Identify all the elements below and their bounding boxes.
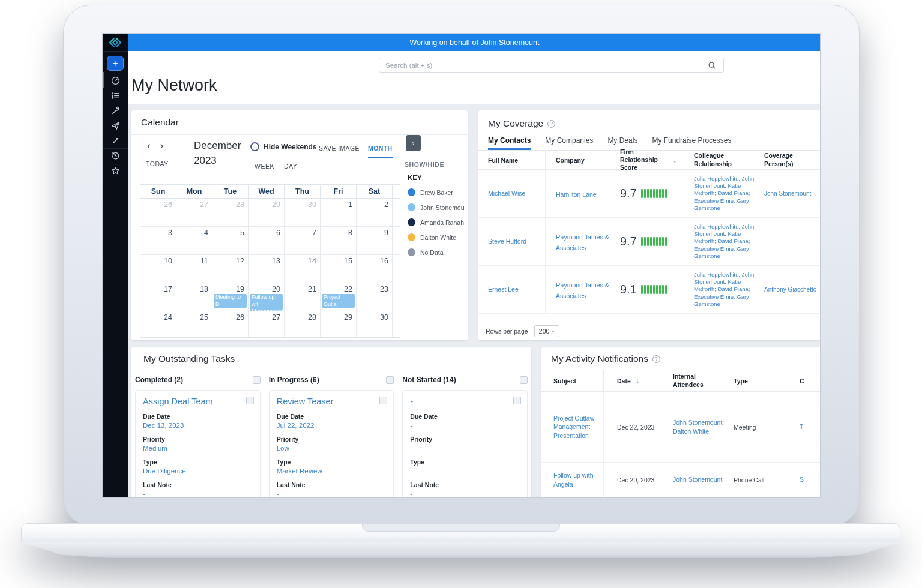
checkbox[interactable] [379, 397, 387, 404]
col-type[interactable]: Type [729, 377, 794, 385]
calendar-day-cell[interactable]: 2 [357, 199, 393, 227]
colleague-links[interactable]: Julia Hepplewhite; John Stonemount; Kati… [694, 175, 758, 212]
calendar-day-cell[interactable]: 16 [357, 255, 393, 283]
search-input[interactable] [379, 62, 708, 69]
calendar-day-cell[interactable]: 8 [321, 227, 357, 255]
save-image-button[interactable]: SAVE IMAGE [319, 145, 360, 152]
legend-item[interactable]: Drew Baker [408, 188, 466, 196]
calendar-day-cell[interactable]: 30 [285, 199, 321, 227]
calendar-day-cell[interactable]: 11 [176, 255, 212, 283]
calendar-day-cell[interactable]: 28 [285, 311, 321, 337]
calendar-day-cell[interactable]: 14 [285, 255, 321, 283]
rows-per-page-select[interactable]: 200▾ [534, 325, 559, 337]
contact-link[interactable]: S [800, 476, 804, 483]
calendar-day-cell[interactable]: 29 [321, 311, 357, 337]
sort-desc-icon[interactable]: ↓ [636, 377, 639, 385]
attendee-links[interactable]: John Stonemount; Dalton White [673, 419, 724, 434]
colleague-links[interactable]: Julia Hepplewhite; John Stonemount; Kati… [694, 271, 758, 308]
contact-link[interactable]: Ernest Lee [488, 286, 519, 294]
calendar-day-cell[interactable]: 17 [140, 283, 176, 311]
calendar-day-cell[interactable]: 7 [285, 227, 321, 255]
legend-item[interactable]: Dalton White [408, 233, 466, 241]
sort-desc-icon[interactable]: ↓ [673, 156, 676, 164]
calendar-day-cell[interactable]: 22Project Outla [321, 283, 357, 311]
tab-my-companies[interactable]: My Companies [545, 136, 593, 150]
calendar-day-cell[interactable]: 12 [212, 255, 249, 283]
coverage-person-link[interactable]: Anthony Giacchetto [764, 286, 816, 293]
star-icon[interactable] [103, 163, 128, 178]
calendar-day-cell[interactable]: 18 [176, 283, 212, 311]
hide-weekends-toggle[interactable]: Hide Weekends [250, 142, 316, 151]
checkbox[interactable] [520, 376, 528, 384]
wrench-icon[interactable] [103, 103, 128, 118]
help-icon[interactable]: ? [547, 120, 555, 128]
task-card[interactable]: -Due Date-Priority-Type-Last Note- [402, 390, 528, 498]
tab-my-contacts[interactable]: My Contacts [488, 136, 531, 150]
calendar-day-cell[interactable]: 19Meeting to D [212, 283, 249, 311]
col-subject[interactable]: Subject [541, 370, 604, 391]
paper-plane-icon[interactable] [103, 118, 128, 133]
subject-link[interactable]: Follow up with Angela [553, 471, 603, 488]
colleague-links[interactable]: Julia Hepplewhite; John Stonemount; Kati… [694, 223, 758, 260]
task-title-link[interactable]: - [410, 397, 520, 406]
gauge-icon[interactable] [103, 73, 128, 88]
view-day-button[interactable]: DAY [284, 163, 297, 170]
checkbox[interactable] [246, 397, 254, 404]
calendar-day-cell[interactable]: 25 [176, 311, 212, 337]
attendee-links[interactable]: John Stonemount [673, 476, 722, 483]
calendar-day-cell[interactable]: 27 [176, 199, 212, 227]
calendar-day-cell[interactable]: 3 [140, 227, 176, 255]
col-firm-relationship-score[interactable]: Firm Relationship Score ↓ [614, 148, 688, 172]
subject-link[interactable]: Project Outlaw Management Presentation [553, 414, 603, 440]
legend-item[interactable]: John Stonemou [408, 203, 466, 211]
calendar-day-cell[interactable]: 24 [140, 311, 176, 337]
calendar-event[interactable]: Meeting to D [214, 294, 247, 308]
calendar-day-cell[interactable]: 5 [212, 227, 249, 255]
calendar-event[interactable]: Follow up wit Management [250, 294, 283, 311]
calendar-day-cell[interactable]: 26 [212, 311, 249, 337]
calendar-day-cell[interactable]: 29 [249, 199, 285, 227]
company-link[interactable]: Raymond James & Associates [556, 281, 609, 299]
col-full-name[interactable]: Full Name [478, 151, 546, 169]
checkbox[interactable] [513, 397, 521, 404]
sync-arrows-icon[interactable] [103, 133, 128, 148]
show-hide-label[interactable]: SHOW/HIDE [405, 161, 444, 168]
checkbox[interactable] [253, 376, 261, 384]
calendar-day-cell[interactable]: 4 [176, 227, 212, 255]
contact-link[interactable]: Steve Hufford [488, 238, 526, 246]
calendar-day-cell[interactable]: 6 [249, 227, 285, 255]
calendar-day-cell[interactable]: 13 [249, 255, 285, 283]
view-week-button[interactable]: WEEK [255, 163, 274, 170]
company-link[interactable]: Hamilton Lane [556, 191, 597, 198]
legend-item[interactable]: No Data [408, 248, 466, 256]
task-card[interactable]: Review TeaserDue DateJul 22, 2022Priorit… [269, 390, 394, 498]
view-month-button[interactable]: MONTH [368, 145, 393, 158]
task-title-link[interactable]: Review Teaser [277, 397, 387, 406]
task-title-link[interactable]: Assign Deal Team [143, 397, 253, 406]
calendar-day-cell[interactable]: 30 [357, 311, 393, 337]
calendar-day-cell[interactable]: 20Follow up wit Management [249, 283, 285, 311]
col-coverage-persons[interactable]: Coverage Person(s) [758, 151, 818, 169]
col-date[interactable]: Date ↓ [604, 377, 669, 385]
contact-link[interactable]: T [800, 423, 803, 430]
col-company[interactable]: Company [546, 157, 614, 164]
calendar-day-cell[interactable]: 21 [285, 283, 321, 311]
today-button[interactable]: TODAY [146, 160, 169, 167]
list-icon[interactable] [103, 88, 128, 103]
col-internal-attendees[interactable]: Internal Attendees [669, 373, 729, 388]
col-contacts[interactable]: C [794, 377, 821, 385]
calendar-day-cell[interactable]: 10 [140, 255, 176, 283]
calendar-day-cell[interactable]: 15 [321, 255, 357, 283]
company-link[interactable]: Raymond James & Associates [556, 233, 609, 251]
show-hide-button[interactable]: › [406, 135, 421, 151]
coverage-person-link[interactable]: John Stonemount [764, 190, 811, 197]
calendar-day-cell[interactable]: 1 [321, 199, 357, 227]
help-icon[interactable]: ? [652, 355, 660, 363]
calendar-day-cell[interactable]: 23 [357, 283, 393, 311]
add-new-button[interactable]: + [107, 56, 124, 71]
legend-item[interactable]: Amanda Ranah [408, 218, 466, 226]
search-icon[interactable] [708, 61, 723, 70]
history-icon[interactable] [103, 148, 128, 163]
calendar-day-cell[interactable]: 9 [357, 227, 393, 255]
hide-weekends-radio[interactable] [250, 142, 259, 151]
